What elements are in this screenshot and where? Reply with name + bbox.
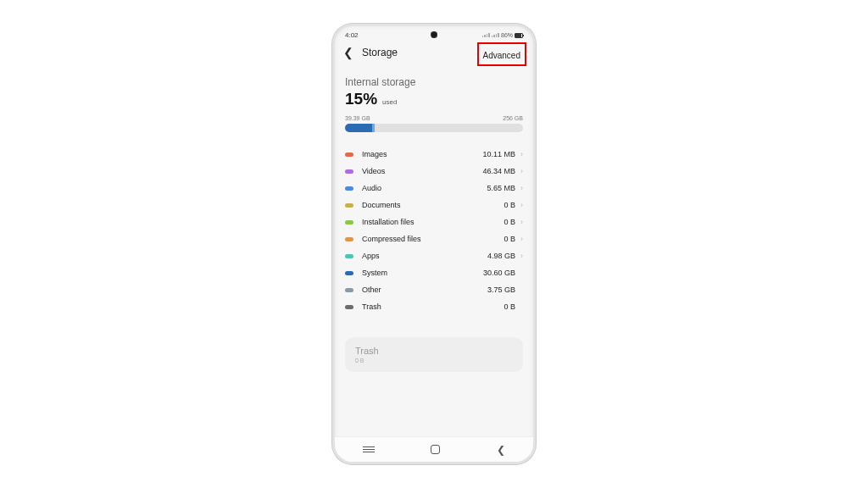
chevron-right-icon: › (520, 201, 523, 209)
total-size: 256 GB (503, 115, 523, 121)
content-scroll[interactable]: Internal storage 15% used 39.39 GB 256 G… (335, 68, 533, 427)
usage-bar-segment-secondary (372, 124, 375, 132)
nav-recents-icon[interactable] (363, 446, 375, 453)
category-color-icon (345, 152, 353, 157)
nav-home-icon[interactable] (431, 445, 440, 454)
advanced-button[interactable]: Advanced (483, 51, 520, 60)
section-title: Internal storage (345, 76, 523, 88)
category-color-icon (345, 203, 353, 208)
trash-card-size: 0 B (355, 358, 513, 363)
category-label: Apps (362, 252, 487, 260)
category-list: Images10.11 MB›Videos46.34 MB›Audio5.65 … (345, 146, 523, 315)
category-row[interactable]: Videos46.34 MB› (345, 163, 523, 180)
category-row[interactable]: Images10.11 MB› (345, 146, 523, 163)
status-time: 4:02 (345, 31, 359, 39)
category-label: Documents (362, 201, 504, 209)
category-label: Installation files (362, 218, 504, 226)
category-size: 0 B (504, 302, 515, 311)
category-size: 0 B (504, 201, 515, 209)
chevron-right-icon: › (520, 218, 523, 226)
status-bar: 4:02 86% (335, 26, 533, 41)
chevron-right-icon: › (520, 252, 523, 260)
category-color-icon (345, 220, 353, 225)
nav-back-icon[interactable]: ❮ (497, 444, 505, 456)
used-size: 39.39 GB (345, 115, 370, 121)
category-size: 3.75 GB (487, 286, 515, 294)
wifi-icon (492, 33, 499, 37)
signal-icon (482, 33, 490, 37)
category-size: 0 B (504, 218, 515, 226)
trash-card-title: Trash (355, 346, 513, 356)
front-camera (431, 31, 437, 38)
category-color-icon (345, 186, 353, 191)
category-label: Videos (362, 167, 482, 175)
phone-frame: 4:02 86% ❮ Storage Advanced Internal sto… (332, 24, 536, 464)
category-size: 4.98 GB (487, 252, 515, 260)
category-row[interactable]: Documents0 B› (345, 197, 523, 214)
used-label: used (382, 98, 397, 106)
advanced-highlight: Advanced (477, 42, 526, 66)
category-color-icon (345, 169, 353, 174)
category-row[interactable]: Apps4.98 GB› (345, 247, 523, 264)
category-label: Images (362, 150, 482, 158)
category-row: System30.60 GB› (345, 264, 523, 281)
category-row[interactable]: Audio5.65 MB› (345, 180, 523, 197)
usage-bar-segment-primary (345, 124, 372, 132)
category-color-icon (345, 237, 353, 241)
chevron-right-icon: › (520, 150, 523, 158)
category-row[interactable]: Compressed files0 B› (345, 230, 523, 247)
category-size: 30.60 GB (483, 269, 515, 277)
usage-bar (345, 124, 523, 132)
chevron-right-icon: › (520, 235, 523, 243)
chevron-right-icon: › (520, 167, 523, 175)
category-label: System (362, 269, 483, 277)
category-label: Other (362, 286, 487, 294)
used-percent: 15% (345, 90, 377, 108)
category-label: Trash (362, 302, 504, 311)
category-row: Other3.75 GB› (345, 281, 523, 298)
category-color-icon (345, 271, 353, 275)
category-label: Audio (362, 184, 487, 192)
chevron-right-icon: › (520, 184, 523, 192)
back-icon[interactable]: ❮ (343, 46, 353, 59)
category-size: 46.34 MB (482, 167, 515, 175)
category-color-icon (345, 288, 353, 292)
category-row: Trash0 B› (345, 298, 523, 315)
category-label: Compressed files (362, 235, 504, 243)
category-row[interactable]: Installation files0 B› (345, 214, 523, 230)
category-color-icon (345, 254, 353, 258)
category-color-icon (345, 305, 353, 309)
category-size: 5.65 MB (487, 184, 515, 192)
nav-bar: ❮ (335, 436, 533, 462)
battery-icon (515, 33, 523, 38)
category-size: 10.11 MB (482, 150, 515, 158)
trash-card[interactable]: Trash 0 B (345, 337, 523, 372)
battery-percent: 86% (501, 32, 513, 38)
header: ❮ Storage Advanced (335, 41, 533, 68)
category-size: 0 B (504, 235, 515, 243)
page-title: Storage (362, 47, 398, 58)
